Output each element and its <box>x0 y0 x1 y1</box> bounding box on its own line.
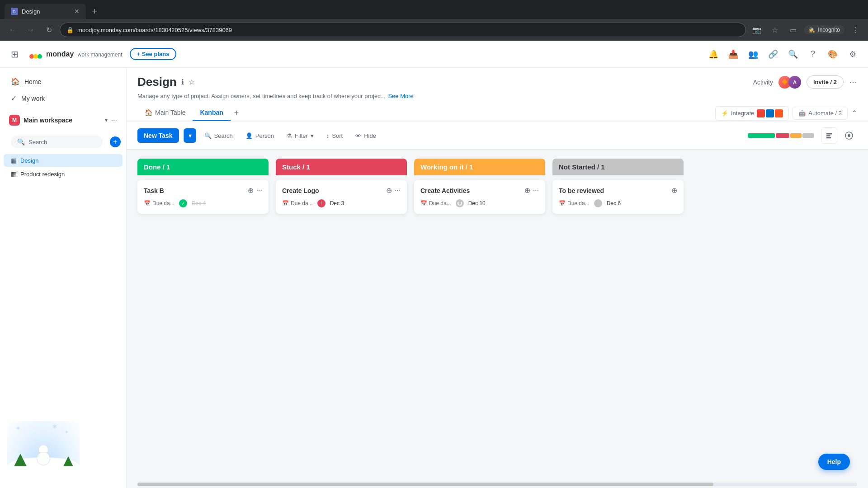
more-icon[interactable]: ··· <box>111 116 117 124</box>
card-title-row: Task B ⊕ ··· <box>144 186 262 195</box>
users-icon[interactable]: 👥 <box>745 46 761 62</box>
kanban-column-working: Working on it / 1 Create Activities ⊕ ··… <box>414 159 545 214</box>
due-date-value: Dec 10 <box>468 200 486 206</box>
add-card-icon[interactable]: ⊕ <box>524 186 530 195</box>
my-work-icon: ✓ <box>11 94 17 103</box>
see-more-link[interactable]: See More <box>388 93 413 99</box>
incognito-label: Incognito <box>818 27 840 33</box>
card-title-row: Create Logo ⊕ ··· <box>282 186 401 195</box>
add-card-icon[interactable]: ⊕ <box>671 186 677 195</box>
calendar-icon: 📅 <box>420 200 427 206</box>
sidebar-item-home[interactable]: 🏠 Home <box>4 74 123 89</box>
person-button[interactable]: 👤 Person <box>241 130 278 142</box>
other-icon <box>775 109 783 117</box>
color-icon[interactable]: 🎨 <box>825 46 841 62</box>
board-title-row: Design ℹ ☆ Activity 🔶 A Invite / 2 ⋯ <box>137 75 857 89</box>
logo-text: monday work management <box>46 50 123 58</box>
kanban-column-not-started: Not Started / 1 To be reviewed ⊕ 📅 <box>552 159 684 214</box>
camera-icon[interactable]: 📷 <box>750 23 764 37</box>
sidebar-item-design[interactable]: ▦ Design <box>4 154 123 167</box>
sidebar-item-my-work[interactable]: ✓ My work <box>4 90 123 106</box>
sidebar-item-product-redesign[interactable]: ▦ Product redesign <box>4 168 123 180</box>
sidebar-illustration: ❄ ❄ ❄ <box>7 421 119 475</box>
sort-button[interactable]: ↕ Sort <box>322 130 347 142</box>
card-title-row: Create Activities ⊕ ··· <box>420 186 539 195</box>
new-tab-button[interactable]: + <box>88 5 101 18</box>
app-header: ⊞ monday work management + See plans 🔔 📥… <box>0 41 868 68</box>
sidebar-icon[interactable]: ▭ <box>786 23 800 37</box>
add-view-icon[interactable]: + <box>231 105 243 122</box>
collapse-icon[interactable]: ⌃ <box>851 109 857 117</box>
workspace-name: Main workspace <box>24 117 101 124</box>
integrations-icon[interactable]: 🔗 <box>765 46 781 62</box>
card-title-row: To be reviewed ⊕ <box>559 186 677 195</box>
home-tab-icon: 🏠 <box>145 109 152 116</box>
more-card-icon[interactable]: ··· <box>533 186 539 195</box>
column-header-not-started: Not Started / 1 <box>552 159 684 175</box>
add-board-button[interactable]: + <box>110 136 121 147</box>
tab-favicon: D <box>11 8 18 15</box>
board-tabs-row: 🏠 Main Table Kanban + ⚡ Integrate <box>137 105 857 122</box>
sort-icon: ↕ <box>326 132 330 139</box>
search-button[interactable]: 🔍 Search <box>200 130 237 142</box>
status-indicator: ✓ <box>179 199 187 207</box>
sidebar-search[interactable]: 🔍 Search <box>11 136 103 148</box>
card-due-date: 📅 Due da... <box>144 200 175 206</box>
add-card-icon[interactable]: ⊕ <box>386 186 392 195</box>
calendar-icon: 📅 <box>282 200 289 206</box>
hide-button[interactable]: 👁 Hide <box>351 130 381 142</box>
search-icon[interactable]: 🔍 <box>785 46 801 62</box>
app-grid-icon[interactable]: ⊞ <box>7 47 22 61</box>
progress-done <box>748 133 775 138</box>
board-header: Design ℹ ☆ Activity 🔶 A Invite / 2 ⋯ <box>127 68 868 122</box>
help-icon[interactable]: ? <box>805 46 821 62</box>
address-text: moodjoy.monday.com/boards/1830420525/vie… <box>77 27 232 33</box>
calendar-icon: 📅 <box>559 200 566 206</box>
kanban-card: Create Activities ⊕ ··· 📅 Due da... <box>414 180 545 214</box>
forward-button[interactable]: → <box>24 23 38 37</box>
activity-label[interactable]: Activity <box>753 79 773 86</box>
inbox-icon[interactable]: 📥 <box>725 46 741 62</box>
workspace-header[interactable]: M Main workspace ▾ ··· <box>4 112 123 128</box>
add-card-icon[interactable]: ⊕ <box>248 186 254 195</box>
see-plans-button[interactable]: + See plans <box>130 48 177 60</box>
calendar-icon: 📅 <box>144 200 151 206</box>
group-by-button[interactable] <box>821 127 837 144</box>
new-task-button[interactable]: New Task <box>137 128 179 143</box>
browser-tabs: D Design ✕ + <box>0 0 868 19</box>
help-button[interactable]: Help <box>818 454 850 470</box>
browser-menu-icon[interactable]: ⋮ <box>848 23 863 37</box>
card-title: Create Logo <box>282 187 319 194</box>
tab-kanban[interactable]: Kanban <box>193 105 230 121</box>
integrate-button[interactable]: ⚡ Integrate <box>715 106 789 121</box>
back-button[interactable]: ← <box>5 23 20 37</box>
more-card-icon[interactable]: ··· <box>256 186 262 195</box>
active-tab[interactable]: D Design ✕ <box>5 4 86 19</box>
search-icon: 🔍 <box>17 138 25 145</box>
star-board-icon[interactable]: ☆ <box>189 78 195 86</box>
info-icon[interactable]: ℹ <box>181 78 184 86</box>
bell-icon[interactable]: 🔔 <box>705 46 722 62</box>
new-task-dropdown[interactable]: ▾ <box>184 128 196 143</box>
kanban-card: Task B ⊕ ··· 📅 Due da... ✓ <box>137 180 269 214</box>
card-title: Task B <box>144 187 164 194</box>
tab-main-table[interactable]: 🏠 Main Table <box>137 105 193 121</box>
refresh-button[interactable]: ↻ <box>42 23 56 37</box>
settings-icon[interactable]: ⚙ <box>844 46 861 62</box>
automate-button[interactable]: 🤖 Automate / 3 <box>793 107 848 120</box>
automate-icon: 🤖 <box>798 110 806 117</box>
more-card-icon[interactable]: ··· <box>395 186 401 195</box>
home-icon: 🏠 <box>11 77 20 86</box>
filter-button[interactable]: ⚗ Filter ▾ <box>282 130 318 142</box>
horizontal-scrollbar[interactable] <box>137 483 857 486</box>
more-options-button[interactable]: ⋯ <box>849 77 857 87</box>
activity-view-button[interactable] <box>841 127 857 144</box>
card-actions: ⊕ ··· <box>248 186 262 195</box>
hide-icon: 👁 <box>355 132 361 139</box>
search-toolbar-icon: 🔍 <box>204 132 212 139</box>
card-actions: ⊕ ··· <box>524 186 539 195</box>
tab-close-icon[interactable]: ✕ <box>74 8 80 15</box>
star-icon[interactable]: ☆ <box>768 23 782 37</box>
invite-button[interactable]: Invite / 2 <box>807 75 844 89</box>
address-bar[interactable]: 🔒 moodjoy.monday.com/boards/1830420525/v… <box>60 23 746 37</box>
